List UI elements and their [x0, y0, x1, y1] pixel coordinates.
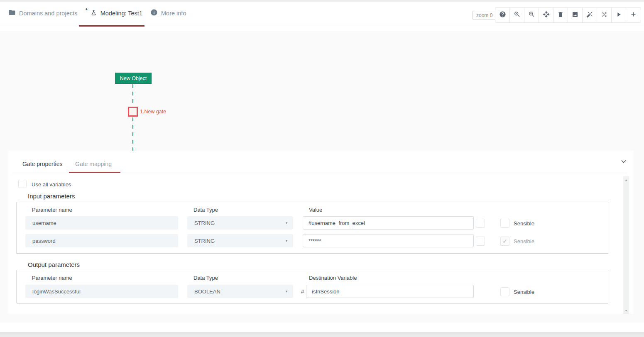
footer-strip	[0, 332, 644, 337]
sensible-label: Sensible	[514, 289, 534, 295]
input-parameters-table: Parameter name Data Type Value username …	[17, 202, 608, 254]
flask-icon	[90, 9, 97, 18]
data-type-select[interactable]: BOOLEAN ▼	[187, 285, 293, 298]
chevron-down-icon: ▼	[285, 290, 288, 293]
data-type-select[interactable]: STRING ▼	[187, 216, 293, 230]
connector-line	[132, 117, 133, 151]
use-all-variables-label: Use all variables	[32, 181, 71, 188]
column-header-parameter-name: Parameter name	[32, 275, 72, 281]
panel-tabs-divider	[12, 173, 627, 173]
gate-node-label: 1.New gate	[140, 109, 166, 115]
zoom-out-button[interactable]	[524, 8, 539, 22]
tab-gate-mapping[interactable]: Gate mapping	[75, 161, 112, 167]
magic-wand-button[interactable]	[583, 8, 597, 22]
output-parameters-table: Parameter name Data Type Destination Var…	[17, 270, 608, 303]
gate-properties-panel: Gate properties Gate mapping Use all var…	[8, 151, 633, 314]
canvas-toolbar	[495, 7, 641, 23]
table-row-loginwassuccessful: loginWasSuccessful BOOLEAN ▼ # isInSessi…	[17, 285, 608, 298]
data-type-select[interactable]: STRING ▼	[187, 234, 293, 247]
connector-line	[132, 84, 133, 106]
magic-wand-icon	[586, 11, 593, 20]
info-icon	[150, 9, 158, 18]
tab-modeling-test1[interactable]: * Modeling: Test1	[86, 2, 142, 25]
zoom-in-button[interactable]	[510, 8, 524, 22]
value-input[interactable]: ******	[303, 234, 474, 247]
header-tab-bar: Domains and projects * Modeling: Test1 M…	[0, 2, 644, 25]
folder-icon	[8, 9, 16, 18]
new-object-node[interactable]: New Object	[115, 73, 152, 84]
play-icon	[615, 11, 622, 20]
image-button[interactable]	[568, 8, 583, 22]
value-variable-checkbox[interactable]	[476, 237, 485, 246]
add-button[interactable]	[626, 8, 641, 22]
gate-node[interactable]	[128, 107, 138, 117]
move-icon	[543, 11, 550, 20]
data-type-value: STRING	[194, 238, 215, 244]
move-button[interactable]	[539, 8, 553, 22]
data-type-value: STRING	[194, 220, 215, 226]
column-header-parameter-name: Parameter name	[32, 207, 72, 213]
parameter-name-input[interactable]: password	[25, 234, 178, 247]
column-header-destination-variable: Destination Variable	[309, 275, 357, 281]
input-parameters-title: Input parameters	[28, 193, 75, 200]
data-type-value: BOOLEAN	[194, 288, 220, 295]
app-window: Domains and projects * Modeling: Test1 M…	[0, 0, 644, 337]
scroll-down-icon[interactable]: ▼	[623, 309, 629, 312]
chevron-down-icon: ▼	[285, 239, 288, 243]
chevron-down-icon	[620, 157, 628, 167]
panel-scrollbar[interactable]: ▲ ▼	[623, 176, 629, 314]
tab-label: More info	[161, 10, 186, 17]
image-icon	[572, 11, 578, 20]
help-icon	[499, 11, 506, 20]
use-all-variables-checkbox[interactable]	[18, 180, 27, 188]
table-row-password: password STRING ▼ ****** ✓ Sensible	[17, 234, 608, 247]
variable-prefix: #	[301, 288, 304, 295]
tab-label: Domains and projects	[19, 10, 77, 17]
chevron-down-icon: ▼	[285, 221, 288, 225]
tab-more-info[interactable]: More info	[150, 2, 186, 25]
sensible-checkbox[interactable]	[500, 287, 509, 296]
parameter-name-input[interactable]: loginWasSuccessful	[25, 285, 178, 298]
sensible-label: Sensible	[514, 238, 534, 244]
trash-icon	[557, 11, 564, 20]
tab-gate-properties[interactable]: Gate properties	[22, 161, 63, 167]
table-row-username: username STRING ▼ #username_from_excel S…	[17, 216, 608, 230]
zoom-level-badge: zoom 0	[472, 11, 497, 20]
collapse-panel-button[interactable]	[619, 157, 629, 167]
modified-marker: *	[86, 7, 88, 13]
parameter-name-input[interactable]: username	[25, 216, 178, 230]
shuffle-icon	[601, 11, 607, 20]
delete-button[interactable]	[553, 8, 568, 22]
shuffle-button[interactable]	[597, 8, 612, 22]
play-button[interactable]	[612, 8, 626, 22]
destination-variable-input[interactable]: isInSession	[306, 285, 474, 298]
column-header-value: Value	[309, 207, 322, 213]
scroll-up-icon[interactable]: ▲	[623, 178, 629, 181]
output-parameters-title: Output parameters	[28, 261, 80, 268]
checkmark-icon: ✓	[502, 238, 507, 244]
column-header-data-type: Data Type	[193, 207, 218, 213]
help-button[interactable]	[495, 8, 510, 22]
plus-icon	[630, 11, 637, 20]
sensible-checkbox-checked[interactable]: ✓	[500, 237, 509, 246]
sensible-label: Sensible	[514, 220, 534, 227]
tab-domains-and-projects[interactable]: Domains and projects	[8, 2, 77, 25]
sensible-checkbox[interactable]	[500, 219, 509, 228]
zoom-in-icon	[514, 11, 521, 20]
active-tab-underline	[79, 25, 144, 27]
tab-label: Modeling: Test1	[100, 10, 142, 17]
zoom-out-icon	[528, 11, 535, 20]
column-header-data-type: Data Type	[193, 275, 218, 281]
value-variable-checkbox[interactable]	[476, 219, 485, 228]
value-input[interactable]: #username_from_excel	[303, 216, 474, 230]
